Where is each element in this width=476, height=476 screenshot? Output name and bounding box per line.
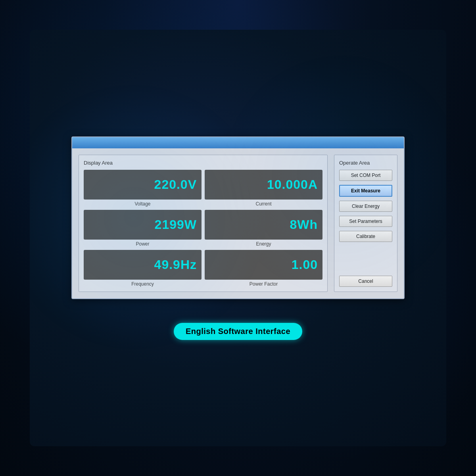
badge-container: English Software Interface (174, 323, 302, 340)
metric-cell-voltage: 220.0V Voltage (84, 170, 202, 207)
metric-cell-power-factor: 1.00 Power Factor (205, 250, 322, 287)
metric-display-current: 10.000A (205, 170, 322, 200)
metric-display-power: 2199W (84, 210, 202, 240)
window-content: Display Area 220.0V Voltage 10.000A (72, 148, 404, 298)
operate-area-title: Operate Area (339, 160, 392, 166)
metric-value-power: 2199W (155, 217, 197, 232)
cancel-button[interactable]: Cancel (339, 276, 392, 287)
metric-label-energy: Energy (256, 241, 271, 247)
metric-cell-energy: 8Wh Energy (205, 210, 322, 247)
metric-label-voltage: Voltage (134, 201, 150, 207)
metric-label-current: Current (255, 201, 271, 207)
metric-value-current: 10.000A (267, 177, 318, 192)
metric-display-power-factor: 1.00 (205, 250, 322, 280)
metric-value-power-factor: 1.00 (292, 257, 318, 272)
metric-label-power-factor: Power Factor (250, 281, 278, 287)
metric-value-energy: 8Wh (290, 217, 318, 232)
display-area: Display Area 220.0V Voltage 10.000A (79, 155, 328, 292)
clear-energy-button[interactable]: Clear Energy (339, 201, 392, 212)
metric-label-frequency: Frequency (131, 281, 154, 287)
metric-display-voltage: 220.0V (84, 170, 202, 200)
operate-area: Operate Area Set COM Port Exit Measure C… (334, 155, 397, 292)
metrics-grid: 220.0V Voltage 10.000A Current (84, 170, 322, 287)
metric-cell-frequency: 49.9Hz Frequency (84, 250, 202, 287)
metric-label-power: Power (136, 241, 149, 247)
app-window: Display Area 220.0V Voltage 10.000A (71, 136, 405, 299)
main-container: Display Area 220.0V Voltage 10.000A (30, 30, 446, 446)
display-area-title: Display Area (84, 160, 322, 166)
set-parameters-button[interactable]: Set Parameters (339, 216, 392, 227)
metric-cell-power: 2199W Power (84, 210, 202, 247)
metric-value-voltage: 220.0V (154, 177, 197, 192)
button-spacer (339, 246, 392, 276)
interface-badge: English Software Interface (174, 323, 302, 340)
metric-display-energy: 8Wh (205, 210, 322, 240)
exit-measure-button[interactable]: Exit Measure (339, 185, 392, 197)
metric-display-frequency: 49.9Hz (84, 250, 202, 280)
set-com-port-button[interactable]: Set COM Port (339, 170, 392, 181)
metric-value-frequency: 49.9Hz (154, 257, 197, 272)
title-bar (72, 137, 404, 148)
metric-cell-current: 10.000A Current (205, 170, 322, 207)
calibrate-button[interactable]: Calibrate (339, 231, 392, 242)
